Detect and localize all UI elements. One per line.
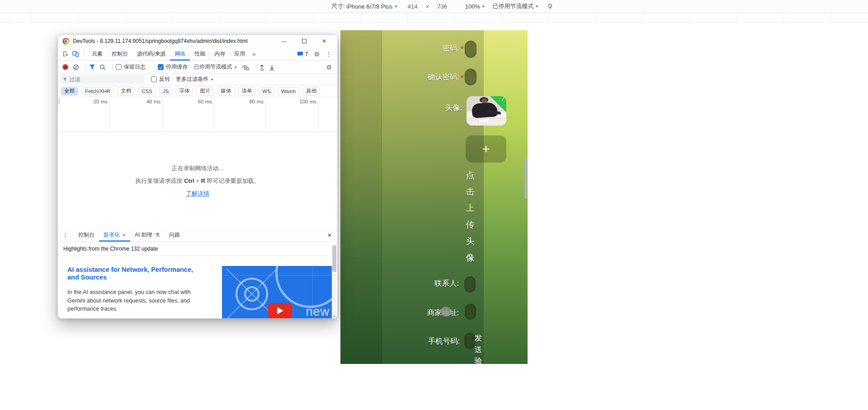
chip-ws[interactable]: WS [259,87,274,95]
chip-doc[interactable]: 文档 [117,87,135,96]
chevron-down-icon[interactable]: ▾ [482,4,485,9]
drawer-scrollbar-thumb[interactable] [332,246,336,272]
chip-manifest[interactable]: 清单 [238,87,255,96]
tab-network[interactable]: 网络 [170,47,190,61]
more-options-icon[interactable]: ⋮ [326,51,332,57]
settings-gear-icon[interactable]: ⚙ [314,51,320,57]
r-key: R [201,177,205,184]
network-toolbar: 保留日志 停用缓存 已停用节流模式 ▾ ⚙ [58,61,337,74]
issues-counter[interactable]: 7 [297,51,308,57]
record-button[interactable] [62,64,68,70]
device-viewport: 密码:* 确认密码:* 头像: ✓ + 点击上传头像 联系人: 商家地址: 手机… [340,30,528,364]
preserve-log-checkbox[interactable] [116,64,122,70]
chip-other[interactable]: 其他 [302,87,320,96]
drawer-tab-console[interactable]: 控制台 [74,228,99,242]
overview-scroll-nub [58,98,60,104]
chevron-down-icon[interactable]: ▾ [395,4,397,9]
tab-memory[interactable]: 内存 [210,47,230,61]
zoom-selector[interactable]: 100% [465,3,480,10]
divider [256,64,256,71]
drawer-tab-whats-new[interactable]: 新变化× [99,228,130,242]
devtools-titlebar[interactable]: DevTools - 8.129.11.174:9051/springbootg… [58,35,337,47]
contact-label: 联系人: [434,279,459,289]
learn-more-link[interactable]: 了解详情 [186,190,209,197]
chevron-down-icon[interactable]: ▾ [536,4,538,9]
rotate-device-icon[interactable]: ⟳ [546,4,554,9]
tab-sources[interactable]: 源代码/来源 [132,47,170,61]
contact-input[interactable] [464,276,476,293]
close-tab-icon[interactable]: × [123,232,126,238]
device-selector[interactable]: iPhone 6/7/8 Plus [346,3,392,10]
chevron-down-icon[interactable]: ▾ [235,65,237,70]
throttle-selector[interactable]: 已停用节流模式 [492,2,533,10]
viewport-height-input[interactable]: 736 [437,3,447,10]
experiment-flask-icon: ⚗ [155,232,160,238]
chip-media[interactable]: 媒体 [217,87,235,96]
drawer-menu-icon[interactable]: ⋮ [62,232,68,238]
more-filters-dropdown[interactable]: 更多过滤条件 [176,75,208,83]
network-overview-timeline[interactable]: 20 ms 40 ms 60 ms 80 ms 100 ms [58,97,337,132]
import-har-icon[interactable] [259,64,265,70]
drawer-tab-issues[interactable]: 问题 [164,228,184,242]
disable-cache-checkbox[interactable] [158,64,164,70]
disable-cache-label[interactable]: 停用缓存 [166,63,188,71]
invert-label[interactable]: 反转 [159,75,170,83]
phone-scrollbar-thumb[interactable] [524,158,527,199]
gridline [109,97,110,131]
network-filter-row: 反转 更多过滤条件 ▾ [58,74,337,85]
export-har-icon[interactable] [269,64,275,70]
toggle-device-toolbar-icon[interactable] [71,50,80,58]
feature-video-thumbnail[interactable]: new [222,266,332,319]
chip-css[interactable]: CSS [138,87,156,95]
throttle-dropdown[interactable]: 已停用节流模式 [194,63,232,71]
tab-application[interactable]: 应用 [230,47,250,61]
required-asterisk: * [461,73,463,81]
gridline [318,97,319,131]
search-icon[interactable] [99,64,106,70]
chip-wasm[interactable]: Wasm [278,87,299,95]
more-tabs-icon[interactable]: » [250,51,258,57]
chip-fetch-xhr[interactable]: Fetch/XHR [81,87,114,95]
chip-all[interactable]: 全部 [61,87,78,96]
tab-performance[interactable]: 性能 [190,47,210,61]
tab-elements[interactable]: 元素 [87,47,107,61]
network-settings-gear-icon[interactable]: ⚙ [326,64,337,70]
drawer-tab-ai-assistance[interactable]: AI 助理⚗ [130,228,164,242]
maximize-button[interactable] [302,39,307,43]
tick-80ms: 80 ms [236,99,264,104]
feature-heading-link[interactable]: AI assistance for Network, Performance, … [67,266,201,281]
filter-icon[interactable] [89,64,95,70]
avatar-image[interactable]: ✓ [467,96,506,126]
tab-console[interactable]: 控制台 [107,47,132,61]
mobile-label: 手机号码: [428,336,460,346]
network-conditions-icon[interactable] [241,64,249,70]
chip-img[interactable]: 图片 [196,87,214,96]
password-input[interactable] [465,41,476,58]
filter-input[interactable] [69,76,142,83]
scroll-down-arrow[interactable]: ▼ [332,314,336,319]
map-pin-dot[interactable] [441,307,451,317]
avatar-upload-button[interactable]: + [466,135,506,163]
avatar-label: 头像: [445,103,462,113]
background-band-right [484,30,528,364]
clear-icon[interactable] [73,64,79,70]
confirm-password-input[interactable] [465,69,476,85]
viewport-width-input[interactable]: 414 [408,3,418,10]
chip-font[interactable]: 字体 [175,87,193,96]
chip-js[interactable]: JS [159,87,172,95]
send-code-button[interactable]: 发送验证 [474,332,483,364]
confirm-password-label: 确认密码:* [428,72,463,82]
gridline [214,97,214,131]
preserve-log-label[interactable]: 保留日志 [124,63,146,71]
filter-input-wrapper[interactable] [60,75,145,84]
invert-checkbox[interactable] [151,76,157,82]
close-button[interactable]: ✕ [322,38,326,44]
new-badge: new [306,305,330,319]
drawer-close-icon[interactable]: ✕ [327,232,332,238]
address-input[interactable] [465,304,476,320]
youtube-play-button[interactable] [268,303,292,318]
gridline [162,97,163,131]
minimize-button[interactable]: — [282,38,287,44]
chevron-down-icon[interactable]: ▾ [211,77,213,82]
inspect-element-icon[interactable] [61,50,70,58]
